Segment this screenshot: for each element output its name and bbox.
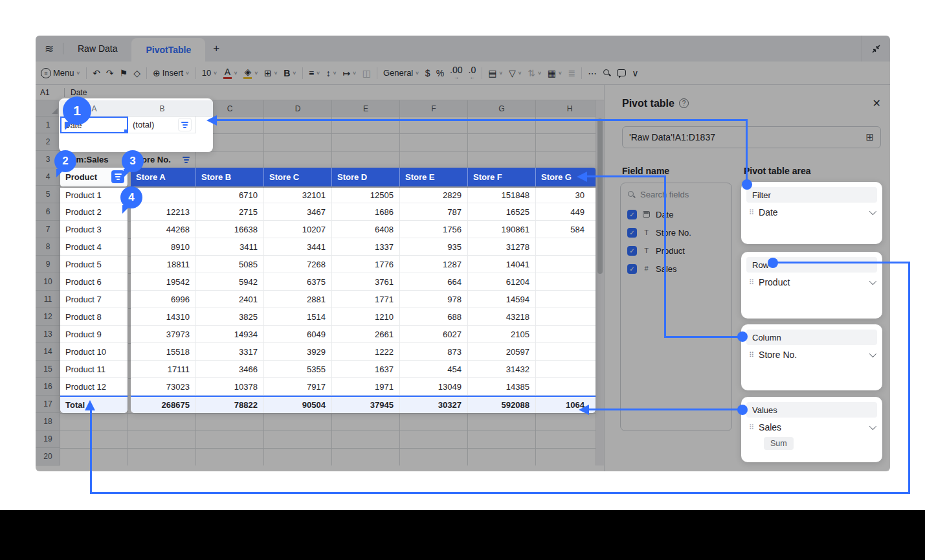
pivot-value-cell[interactable]: 7917 xyxy=(264,378,332,395)
pivot-value-cell[interactable]: 6996 xyxy=(131,291,196,308)
pivot-value-cell[interactable]: 78822 xyxy=(196,397,264,413)
pivot-value-cell[interactable]: 7268 xyxy=(264,256,332,273)
pivot-value-cell[interactable] xyxy=(536,256,596,273)
pivot-value-cell[interactable] xyxy=(536,308,596,325)
pivot-value-cell[interactable]: 787 xyxy=(400,203,468,220)
pivot-value-cell[interactable]: 1776 xyxy=(332,256,400,273)
pivot-row-label[interactable]: Product 6 xyxy=(60,273,128,291)
pivot-value-cell[interactable]: 6408 xyxy=(332,221,400,238)
pivot-value-cell[interactable]: 3761 xyxy=(332,273,400,290)
pivot-value-cell[interactable]: 978 xyxy=(400,291,468,308)
pivot-value-cell[interactable]: 449 xyxy=(536,203,596,220)
pivot-value-cell[interactable]: 3467 xyxy=(264,203,332,220)
pivot-value-cell[interactable]: 31278 xyxy=(468,238,536,255)
filter-applied-icon[interactable] xyxy=(111,170,124,183)
pivot-value-cell[interactable]: 8910 xyxy=(131,238,196,255)
pivot-value-cell[interactable]: 3825 xyxy=(196,308,264,325)
chevron-down-icon[interactable] xyxy=(869,350,876,357)
pivot-value-cell[interactable]: 44268 xyxy=(131,221,196,238)
pivot-value-cell[interactable]: 73023 xyxy=(131,378,196,395)
pivot-value-cell[interactable]: 1222 xyxy=(332,343,400,360)
pivot-value-cell[interactable]: 37973 xyxy=(131,326,196,342)
pivot-row-label[interactable]: Product 5 xyxy=(60,256,128,273)
pivot-value-cell[interactable]: 5942 xyxy=(196,273,264,290)
pivot-value-cell[interactable]: 30 xyxy=(536,188,596,203)
pivot-value-cell[interactable]: 30327 xyxy=(400,397,468,413)
pivot-value-cell[interactable]: 20597 xyxy=(468,343,536,360)
pivot-value-cell[interactable]: 3411 xyxy=(196,238,264,255)
pivot-value-cell[interactable]: 5355 xyxy=(264,361,332,377)
pivot-value-cell[interactable] xyxy=(536,291,596,308)
area-field-product[interactable]: ⠿Product xyxy=(746,273,877,292)
pivot-value-cell[interactable] xyxy=(536,273,596,290)
pivot-value-cell[interactable]: 688 xyxy=(400,308,468,325)
pivot-row-label[interactable]: Product 1 xyxy=(60,188,128,203)
pivot-value-cell[interactable]: 17111 xyxy=(131,361,196,377)
drag-handle-icon[interactable]: ⠿ xyxy=(749,208,754,217)
pivot-column-header[interactable]: Store E xyxy=(400,168,468,186)
pivot-value-cell[interactable]: 151848 xyxy=(468,188,536,203)
pivot-value-cell[interactable]: 935 xyxy=(400,238,468,255)
pivot-value-cell[interactable]: 14934 xyxy=(196,326,264,342)
pivot-value-cell[interactable]: 190861 xyxy=(468,221,536,238)
area-field-sales[interactable]: ⠿Sales xyxy=(746,418,877,437)
pivot-value-cell[interactable]: 6710 xyxy=(196,188,264,203)
pivot-value-cell[interactable]: 13049 xyxy=(400,378,468,395)
pivot-value-cell[interactable]: 268675 xyxy=(131,397,196,413)
pivot-value-cell[interactable]: 14041 xyxy=(468,256,536,273)
pivot-value-cell[interactable]: 3317 xyxy=(196,343,264,360)
pivot-value-cell[interactable]: 2829 xyxy=(400,188,468,203)
pivot-value-cell[interactable]: 454 xyxy=(400,361,468,377)
filter-applied-icon[interactable] xyxy=(178,118,192,131)
pivot-value-cell[interactable]: 15518 xyxy=(131,343,196,360)
pivot-value-cell[interactable]: 5085 xyxy=(196,256,264,273)
pivot-value-cell[interactable]: 1971 xyxy=(332,378,400,395)
area-field-date[interactable]: ⠿Date xyxy=(746,203,877,222)
pivot-value-cell[interactable]: 10378 xyxy=(196,378,264,395)
pivot-row-label[interactable]: Product 8 xyxy=(60,308,128,326)
pivot-column-header[interactable]: Store F xyxy=(468,168,536,186)
pivot-value-cell[interactable]: 1756 xyxy=(400,221,468,238)
pivot-value-cell[interactable]: 19542 xyxy=(131,273,196,290)
pivot-value-cell[interactable]: 14310 xyxy=(131,308,196,325)
pivot-value-cell[interactable]: 43218 xyxy=(468,308,536,325)
pivot-row-label[interactable]: Product 3 xyxy=(60,221,128,238)
pivot-value-cell[interactable]: 18811 xyxy=(131,256,196,273)
pivot-value-cell[interactable]: 14594 xyxy=(468,291,536,308)
pivot-column-header[interactable]: Store C xyxy=(264,168,332,186)
pivot-value-cell[interactable]: 16525 xyxy=(468,203,536,220)
pivot-row-label[interactable]: Product 11 xyxy=(60,361,128,378)
pivot-column-header[interactable]: Store A xyxy=(131,168,196,186)
pivot-value-cell[interactable]: 6027 xyxy=(400,326,468,342)
pivot-column-header[interactable]: Store B xyxy=(196,168,264,186)
pivot-value-cell[interactable]: 1637 xyxy=(332,361,400,377)
pivot-value-cell[interactable] xyxy=(536,343,596,360)
pivot-value-cell[interactable]: 10207 xyxy=(264,221,332,238)
pivot-value-cell[interactable]: 37945 xyxy=(332,397,400,413)
pivot-value-cell[interactable]: 592088 xyxy=(468,397,536,413)
pivot-value-cell[interactable]: 1210 xyxy=(332,308,400,325)
aggregation-chip[interactable]: Sum xyxy=(764,437,794,450)
pivot-value-cell[interactable] xyxy=(536,378,596,395)
pivot-row-label[interactable]: Product 12 xyxy=(60,378,128,396)
pivot-value-cell[interactable]: 6375 xyxy=(264,273,332,290)
pivot-value-cell[interactable]: 2401 xyxy=(196,291,264,308)
pivot-value-cell[interactable]: 61204 xyxy=(468,273,536,290)
cell-b1[interactable]: (total) xyxy=(128,117,196,133)
pivot-value-cell[interactable]: 1287 xyxy=(400,256,468,273)
pivot-value-cell[interactable]: 12505 xyxy=(332,188,400,203)
pivot-value-cell[interactable]: 1337 xyxy=(332,238,400,255)
pivot-value-cell[interactable]: 3466 xyxy=(196,361,264,377)
pivot-value-cell[interactable]: 3441 xyxy=(264,238,332,255)
pivot-row-label[interactable]: Product 2 xyxy=(60,203,128,221)
pivot-value-cell[interactable]: 1514 xyxy=(264,308,332,325)
drag-handle-icon[interactable]: ⠿ xyxy=(749,278,754,287)
pivot-value-cell[interactable]: 6049 xyxy=(264,326,332,342)
chevron-down-icon[interactable] xyxy=(869,423,876,430)
pivot-row-label[interactable]: Product 4 xyxy=(60,238,128,256)
pivot-value-cell[interactable]: 12213 xyxy=(131,203,196,220)
pivot-value-cell[interactable] xyxy=(536,326,596,342)
pivot-value-cell[interactable] xyxy=(536,361,596,377)
pivot-row-label[interactable]: Product 10 xyxy=(60,343,128,361)
pivot-row-label[interactable]: Product 7 xyxy=(60,291,128,308)
